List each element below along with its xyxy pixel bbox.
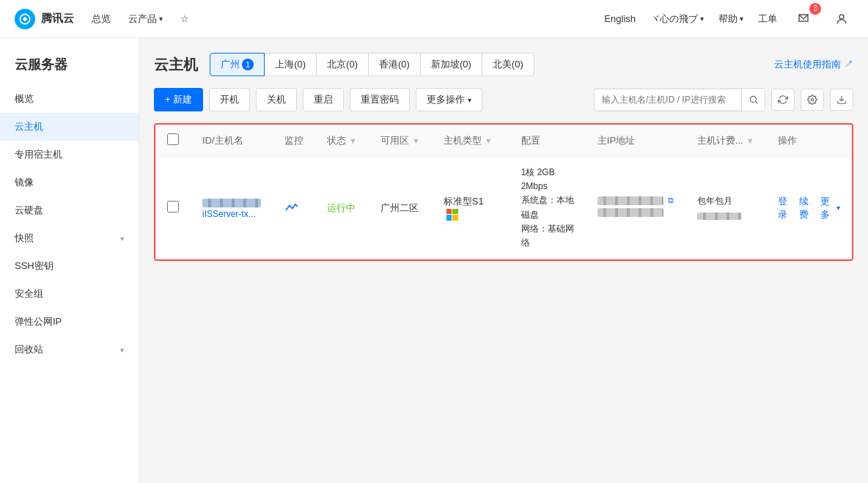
logo-text: 腾讯云 — [41, 12, 74, 26]
zone-cell: 广州二区 — [369, 157, 432, 259]
select-all-checkbox[interactable] — [167, 133, 179, 145]
sidebar-item-security[interactable]: 安全组 — [0, 280, 139, 308]
page-header-left: 云主机 广州1 上海(0) 北京(0) 香港(0) — [154, 53, 534, 76]
svg-point-1 — [839, 15, 844, 19]
export-button[interactable] — [830, 89, 853, 111]
col-actions: 操作 — [766, 125, 852, 157]
region-tab-shanghai[interactable]: 上海(0) — [264, 53, 317, 76]
more-actions-button[interactable]: 更多操作 ▾ — [416, 88, 482, 111]
nav-right: English ヾ心の飛ブ ▾ 帮助 ▾ 工单 3 — [604, 7, 853, 31]
ip-blur-1 — [597, 196, 663, 205]
chevron-down-icon-4: ▾ — [836, 204, 840, 212]
zone-filter-icon[interactable]: ▼ — [412, 136, 420, 145]
search-box — [594, 88, 765, 111]
login-action[interactable]: 登录 — [778, 195, 793, 221]
col-ip: 主IP地址 — [586, 125, 685, 157]
monitor-cell — [273, 157, 315, 259]
row-checkbox[interactable] — [167, 201, 179, 213]
region-tab-northamerica[interactable]: 北美(0) — [482, 53, 534, 76]
col-id: ID/主机名 — [191, 125, 273, 157]
region-tab-beijing[interactable]: 北京(0) — [316, 53, 369, 76]
refresh-button[interactable] — [771, 89, 795, 111]
instance-table: ID/主机名 监控 状态 ▼ — [154, 123, 853, 261]
chevron-down-icon: ▾ — [120, 235, 124, 243]
page-header: 云主机 广州1 上海(0) 北京(0) 香港(0) — [154, 53, 853, 76]
svg-point-3 — [811, 98, 814, 101]
monitor-chart-icon[interactable] — [284, 202, 299, 215]
settings-button[interactable] — [801, 89, 824, 111]
guide-link[interactable]: 云主机使用指南 ↗ — [774, 58, 853, 71]
ip-cell: ⧉ — [586, 157, 685, 259]
stop-button[interactable]: 关机 — [256, 88, 297, 111]
region-count-guangzhou: 1 — [242, 59, 254, 70]
instance-name-blur — [202, 199, 261, 207]
sidebar-item-dedicated[interactable]: 专用宿主机 — [0, 141, 139, 169]
type-filter-icon[interactable]: ▼ — [485, 136, 493, 145]
main-content: 云主机 广州1 上海(0) 北京(0) 香港(0) — [139, 38, 868, 483]
sidebar-item-images[interactable]: 镜像 — [0, 169, 139, 196]
billing-filter-icon[interactable]: ▼ — [746, 136, 754, 145]
col-zone: 可用区 ▼ — [369, 125, 432, 157]
col-billing: 主机计费... ▼ — [685, 125, 766, 157]
nav-products[interactable]: 云产品 ▾ — [128, 12, 163, 26]
type-cell: 标准型S1 — [432, 157, 510, 259]
nav-settings[interactable]: ☆ — [180, 13, 189, 24]
renew-action[interactable]: 续费 — [799, 195, 814, 221]
region-tab-singapore[interactable]: 新加坡(0) — [420, 53, 482, 76]
nav-flame[interactable]: ヾ心の飛ブ ▾ — [650, 12, 704, 26]
toolbar: + 新建 开机 关机 重启 重置密码 更多操作 ▾ — [154, 88, 853, 111]
region-tabs: 广州1 上海(0) 北京(0) 香港(0) 新加坡(0) 北 — [210, 53, 534, 76]
col-config: 配置 — [510, 125, 586, 157]
sidebar-title: 云服务器 — [0, 38, 139, 85]
windows-icon — [446, 209, 458, 221]
nav-tools[interactable]: 工单 — [758, 12, 777, 26]
sidebar-item-recycle[interactable]: 回收站 ▾ — [0, 336, 139, 364]
nav-lang[interactable]: English — [604, 13, 636, 24]
config-cell: 1核 2GB 2Mbps 系统盘：本地磁盘 网络：基础网络 — [510, 157, 586, 259]
sidebar-item-eip[interactable]: 弹性公网IP — [0, 308, 139, 336]
sidebar-item-disk[interactable]: 云硬盘 — [0, 196, 139, 224]
col-monitor: 监控 — [273, 125, 315, 157]
nav-message[interactable]: 3 — [792, 7, 815, 31]
reset-pwd-button[interactable]: 重置密码 — [350, 88, 410, 111]
col-type: 主机类型 ▼ — [432, 125, 510, 157]
user-icon[interactable] — [830, 7, 853, 31]
status-cell: 运行中 — [315, 157, 369, 259]
ip-copy-icon[interactable]: ⧉ — [668, 196, 674, 205]
instance-id-cell: iISServer-tx... — [191, 157, 273, 259]
restart-button[interactable]: 重启 — [303, 88, 344, 111]
search-button[interactable] — [741, 89, 765, 111]
layout: 云服务器 概览 云主机 专用宿主机 镜像 云硬盘 快照 ▾ SSH密钥 安全组 … — [0, 38, 868, 483]
sidebar-item-ssh[interactable]: SSH密钥 — [0, 252, 139, 280]
chevron-down-icon-3: ▾ — [468, 96, 471, 104]
top-nav: 腾讯云 总览 云产品 ▾ ☆ English ヾ心の飛ブ ▾ 帮助 ▾ 工单 3 — [0, 0, 868, 38]
svg-point-2 — [750, 96, 756, 102]
start-button[interactable]: 开机 — [209, 88, 250, 111]
new-button[interactable]: + 新建 — [154, 88, 203, 111]
search-input[interactable] — [595, 90, 741, 109]
logo-icon — [15, 9, 35, 29]
page-title: 云主机 — [154, 55, 198, 75]
billing-cell: 包年包月 — [685, 157, 766, 259]
sidebar-item-snapshot[interactable]: 快照 ▾ — [0, 224, 139, 252]
status-running[interactable]: 运行中 — [327, 202, 356, 213]
instance-name-link[interactable]: iISServer-tx... — [202, 209, 256, 219]
region-tab-hongkong[interactable]: 香港(0) — [368, 53, 421, 76]
action-cell: 登录 续费 更多 ▾ — [766, 157, 852, 259]
nav-help[interactable]: 帮助 ▾ — [718, 12, 743, 26]
ip-blur-2 — [597, 208, 663, 217]
nav-overview[interactable]: 总览 — [92, 12, 111, 26]
message-badge: 3 — [809, 3, 821, 15]
col-status: 状态 ▼ — [315, 125, 369, 157]
chevron-down-icon-2: ▾ — [120, 346, 124, 354]
table-row: iISServer-tx... 运行中 广州二区 — [155, 157, 852, 259]
logo: 腾讯云 — [15, 9, 74, 29]
status-filter-icon[interactable]: ▼ — [349, 136, 357, 145]
billing-date-blur — [697, 213, 741, 220]
more-actions-dropdown[interactable]: 更多 ▾ — [820, 195, 840, 221]
region-tab-guangzhou[interactable]: 广州1 — [210, 53, 265, 76]
sidebar: 云服务器 概览 云主机 专用宿主机 镜像 云硬盘 快照 ▾ SSH密钥 安全组 … — [0, 38, 139, 483]
sidebar-item-overview[interactable]: 概览 — [0, 85, 139, 113]
sidebar-item-vm[interactable]: 云主机 — [0, 113, 139, 141]
